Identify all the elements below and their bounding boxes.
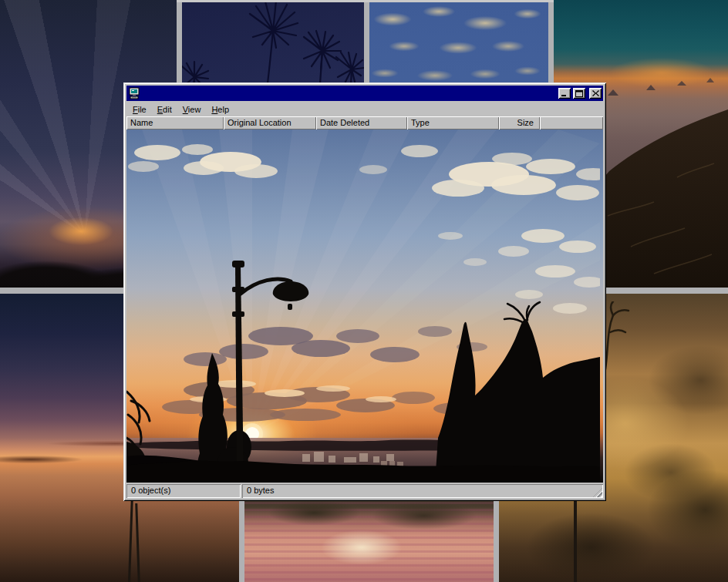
status-bytes-text: 0 bytes (247, 486, 274, 495)
photo-frame-edge (177, 0, 554, 2)
right-trees-silhouette (435, 319, 600, 483)
maximize-button[interactable] (573, 88, 585, 99)
column-header-name[interactable]: Name (126, 116, 224, 130)
menu-view[interactable]: View (177, 103, 207, 116)
street-lamp-sunset-photo (126, 130, 600, 483)
menu-bar: File Edit View Help (126, 101, 603, 116)
column-header-original-location[interactable]: Original Location (224, 116, 316, 130)
status-bytes: 0 bytes (242, 484, 603, 498)
status-bar: 0 object(s) 0 bytes (126, 484, 603, 498)
recycle-list-view[interactable] (126, 130, 603, 483)
desktop: { "window": { "title": "", "menu": ["Fil… (0, 0, 728, 582)
column-headers: Name Original Location Date Deleted Type… (126, 116, 603, 130)
menu-edit[interactable]: Edit (152, 103, 177, 116)
twig-silhouette (599, 301, 645, 371)
column-header-empty[interactable] (540, 116, 603, 130)
menu-help[interactable]: Help (206, 103, 234, 116)
status-objects: 0 object(s) (126, 484, 241, 498)
close-icon (592, 90, 599, 96)
water-pole (128, 494, 133, 582)
column-header-date-deleted[interactable]: Date Deleted (316, 116, 407, 130)
column-header-type[interactable]: Type (407, 116, 499, 130)
window-titlebar[interactable] (126, 86, 603, 101)
minimize-button[interactable] (558, 88, 571, 99)
maximize-icon (575, 90, 583, 97)
water-pole (135, 503, 140, 582)
menu-file[interactable]: File (127, 103, 152, 116)
resize-grip[interactable] (593, 488, 602, 497)
minimize-icon (561, 90, 568, 97)
recycle-bin-window: File Edit View Help Name Original Locati… (123, 82, 606, 501)
computer-icon[interactable] (128, 87, 140, 99)
column-header-size[interactable]: Size (499, 116, 540, 130)
close-button[interactable] (589, 88, 602, 99)
